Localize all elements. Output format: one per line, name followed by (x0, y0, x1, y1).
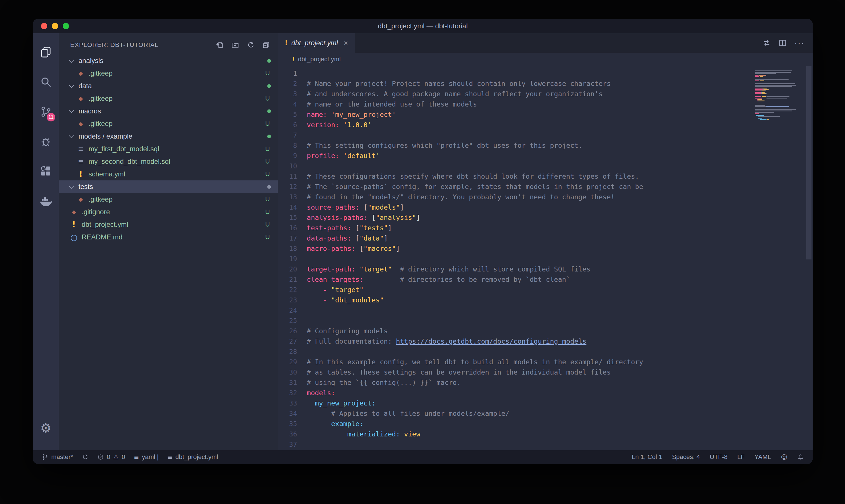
code-line[interactable]: 37 (278, 439, 813, 450)
tree-folder-data[interactable]: data (59, 79, 278, 92)
tree-file-schema-yml[interactable]: !schema.ymlU (59, 168, 278, 180)
new-folder-icon[interactable] (231, 41, 239, 49)
git-file-icon: ◆ (76, 95, 85, 102)
code-line[interactable]: 36 materialized: view (278, 429, 813, 439)
code-line[interactable]: 22 - "target" (278, 285, 813, 295)
active-file-indicator[interactable]: ≡ dbt_project.yml (167, 453, 218, 461)
git-status-dot (267, 84, 271, 88)
code-line[interactable]: 33 my_new_project: (278, 398, 813, 408)
code-line[interactable]: 4# name or the intended use of these mod… (278, 99, 813, 109)
notifications-bell-icon[interactable] (797, 454, 804, 461)
source-control-icon[interactable]: 11 (33, 97, 59, 127)
code-line[interactable]: 14source-paths: ["models"] (278, 202, 813, 213)
code-line[interactable]: 5name: 'my_new_project' (278, 109, 813, 120)
breadcrumb[interactable]: ! dbt_project.yml (278, 53, 813, 66)
code-line[interactable]: 9profile: 'default' (278, 151, 813, 161)
code-line[interactable]: 32models: (278, 388, 813, 398)
tree-file-gitignore[interactable]: ◆.gitignoreU (59, 205, 278, 218)
docker-icon[interactable] (33, 186, 59, 216)
tree-file-my-first-dbt-model-sql[interactable]: ≡my_first_dbt_model.sqlU (59, 143, 278, 155)
tree-file-gitkeep[interactable]: ◆.gitkeepU (59, 118, 278, 130)
eol-setting[interactable]: LF (737, 453, 745, 461)
code-line[interactable]: 13# found in the "models/" directory. Yo… (278, 192, 813, 202)
code-line[interactable]: 20target-path: "target" # directory whic… (278, 264, 813, 274)
code-line[interactable]: 23 - "dbt_modules" (278, 295, 813, 305)
line-number: 22 (278, 285, 307, 295)
code-line[interactable]: 28 (278, 346, 813, 357)
code-line[interactable]: 12# The `source-paths` config, for examp… (278, 182, 813, 192)
line-number: 13 (278, 192, 307, 202)
indentation-setting[interactable]: Spaces: 4 (672, 453, 700, 461)
code-line[interactable]: 6version: '1.0.0' (278, 120, 813, 130)
code-editor[interactable]: 12# Name your project! Project names sho… (278, 66, 813, 450)
code-line[interactable]: 15analysis-paths: ["analysis"] (278, 213, 813, 223)
minimap[interactable] (755, 69, 801, 122)
line-content: data-paths: ["data"] (307, 233, 388, 244)
sync-changes-icon[interactable] (82, 454, 89, 461)
code-line[interactable]: 17data-paths: ["data"] (278, 233, 813, 244)
yaml-schema-indicator[interactable]: ≡ yaml | (134, 453, 159, 461)
git-branch-indicator[interactable]: master* (41, 453, 73, 461)
status-bar: master* 0 ⚠ 0 ≡ yaml | (33, 450, 813, 464)
code-line[interactable]: 30# as tables. These settings can be ove… (278, 367, 813, 377)
settings-gear-icon[interactable]: ⚙ (33, 413, 59, 443)
tree-file-gitkeep[interactable]: ◆.gitkeepU (59, 92, 278, 105)
open-changes-icon[interactable] (762, 39, 771, 47)
code-line[interactable]: 27# Full documentation: https://docs.get… (278, 336, 813, 346)
collapse-folders-icon[interactable] (262, 41, 270, 49)
problems-indicator[interactable]: 0 ⚠ 0 (97, 453, 125, 461)
tree-file-gitkeep[interactable]: ◆.gitkeepU (59, 67, 278, 79)
tree-folder-analysis[interactable]: analysis (59, 54, 278, 67)
encoding-setting[interactable]: UTF-8 (710, 453, 727, 461)
explorer-title: EXPLORER: DBT-TUTORIAL (70, 41, 158, 49)
tree-file-gitkeep[interactable]: ◆.gitkeepU (59, 193, 278, 205)
language-mode[interactable]: YAML (754, 453, 771, 461)
debug-icon[interactable] (33, 127, 59, 156)
code-line[interactable]: 31# using the `{{ config(...) }}` macro. (278, 377, 813, 388)
code-line[interactable]: 25 (278, 316, 813, 326)
tree-file-readme-md[interactable]: iREADME.mdU (59, 231, 278, 244)
git-status-dot (267, 109, 271, 113)
yaml-warning-icon: ! (76, 170, 85, 178)
cursor-position[interactable]: Ln 1, Col 1 (632, 453, 662, 461)
code-line[interactable]: 26# Configuring models (278, 326, 813, 336)
tree-item-label: models / example (78, 132, 132, 140)
code-line[interactable]: 7 (278, 130, 813, 140)
code-line[interactable]: 1 (278, 68, 813, 78)
code-line[interactable]: 21clean-targets: # directories to be rem… (278, 274, 813, 285)
code-line[interactable]: 8# This setting configures which "profil… (278, 140, 813, 151)
code-line[interactable]: 24 (278, 305, 813, 316)
feedback-smiley-icon[interactable]: ☺ (781, 454, 787, 461)
tree-folder-models-example[interactable]: models / example (59, 130, 278, 143)
tree-file-my-second-dbt-model-sql[interactable]: ≡my_second_dbt_model.sqlU (59, 155, 278, 168)
code-line[interactable]: 34 # Applies to all files under models/e… (278, 408, 813, 419)
chevron-down-icon (69, 57, 74, 62)
code-line[interactable]: 2# Name your project! Project names shou… (278, 78, 813, 89)
code-line[interactable]: 19 (278, 254, 813, 264)
code-line[interactable]: 16test-paths: ["tests"] (278, 223, 813, 233)
code-line[interactable]: 11# These configurations specify where d… (278, 171, 813, 182)
code-line[interactable]: 29# In this example config, we tell dbt … (278, 357, 813, 367)
more-actions-icon[interactable]: ··· (794, 38, 805, 48)
tab-dbt-project-yml[interactable]: ! dbt_project.yml × (278, 33, 355, 53)
code-line[interactable]: 10 (278, 161, 813, 171)
split-editor-icon[interactable] (778, 39, 787, 47)
extensions-icon[interactable] (33, 156, 59, 186)
close-tab-icon[interactable]: × (344, 39, 348, 48)
line-content: source-paths: ["models"] (307, 202, 404, 213)
code-line[interactable]: 35 example: (278, 419, 813, 429)
code-line[interactable]: 3# and underscores. A good package name … (278, 89, 813, 99)
active-file-label: dbt_project.yml (175, 453, 218, 461)
refresh-icon[interactable] (246, 41, 255, 49)
code-line[interactable]: 18macro-paths: ["macros"] (278, 244, 813, 254)
line-number: 32 (278, 388, 307, 398)
new-file-icon[interactable] (215, 41, 224, 49)
tree-folder-tests[interactable]: tests (59, 180, 278, 193)
line-number: 18 (278, 244, 307, 254)
tree-file-dbt-project-yml[interactable]: !dbt_project.ymlU (59, 218, 278, 231)
title-bar[interactable]: dbt_project.yml — dbt-tutorial (33, 19, 813, 33)
search-icon[interactable] (33, 67, 59, 97)
explorer-icon[interactable] (33, 37, 59, 67)
editor-scrollbar[interactable] (806, 66, 811, 259)
tree-folder-macros[interactable]: macros (59, 105, 278, 118)
